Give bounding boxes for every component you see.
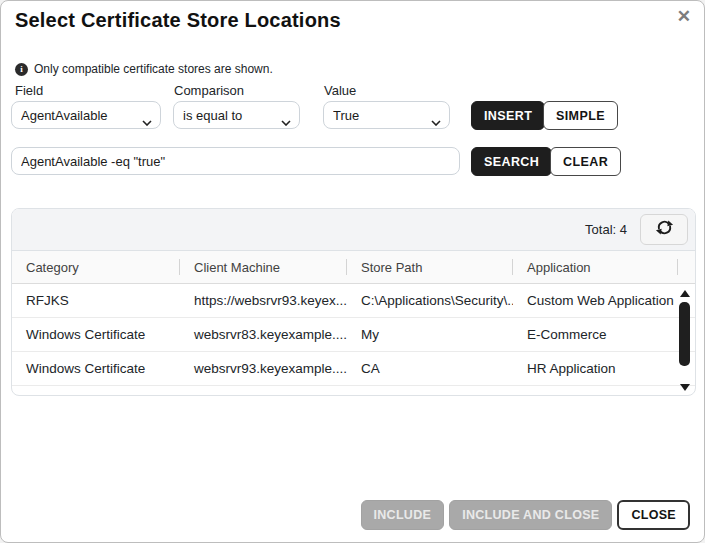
value-select[interactable]: True bbox=[323, 101, 450, 129]
close-button[interactable]: CLOSE bbox=[617, 500, 690, 530]
dialog-footer: INCLUDE INCLUDE AND CLOSE CLOSE bbox=[361, 500, 691, 530]
dialog-title: Select Certificate Store Locations bbox=[15, 9, 341, 32]
cell-store-path: CA bbox=[347, 361, 513, 376]
include-and-close-button[interactable]: INCLUDE AND CLOSE bbox=[449, 500, 612, 530]
table-header-row: Category Client Machine Store Path Appli… bbox=[12, 251, 695, 284]
field-select-wrapper: AgentAvailable bbox=[11, 101, 161, 129]
column-header-category[interactable]: Category bbox=[12, 251, 180, 283]
cell-category: Windows Certificate bbox=[12, 327, 180, 342]
query-input[interactable] bbox=[11, 147, 460, 175]
refresh-button[interactable] bbox=[640, 214, 688, 245]
comparison-select-wrapper: is equal to bbox=[173, 101, 300, 129]
info-note: i Only compatible certificate stores are… bbox=[15, 62, 273, 76]
table-row[interactable]: Windows Certificate websrvr83.keyexample… bbox=[12, 318, 695, 352]
comparison-label: Comparison bbox=[174, 83, 244, 98]
cell-application: HR Application bbox=[513, 361, 678, 376]
cell-client-machine: websrvr83.keyexample.... bbox=[180, 327, 347, 342]
cell-client-machine: websrvr93.keyexample.... bbox=[180, 361, 347, 376]
field-select[interactable]: AgentAvailable bbox=[11, 101, 161, 129]
cell-application: E-Commerce bbox=[513, 327, 678, 342]
field-label: Field bbox=[15, 83, 43, 98]
column-header-store-path[interactable]: Store Path bbox=[347, 251, 513, 283]
cell-store-path: My bbox=[347, 327, 513, 342]
table-toolbar: Total: 4 bbox=[12, 209, 695, 251]
simple-button[interactable]: SIMPLE bbox=[543, 101, 618, 130]
table-scrollbar[interactable] bbox=[679, 288, 690, 391]
search-button[interactable]: SEARCH bbox=[471, 147, 552, 176]
cell-application: Custom Web Application bbox=[513, 293, 678, 308]
include-button[interactable]: INCLUDE bbox=[361, 500, 445, 530]
insert-button[interactable]: INSERT bbox=[471, 101, 545, 130]
column-header-spacer bbox=[678, 251, 695, 283]
scrollbar-thumb[interactable] bbox=[679, 302, 690, 366]
comparison-select[interactable]: is equal to bbox=[173, 101, 300, 129]
refresh-icon bbox=[655, 218, 674, 241]
select-certificate-store-locations-dialog: Select Certificate Store Locations ✕ i O… bbox=[0, 0, 705, 543]
certificate-store-table-card: Total: 4 Category Client Machine Store P… bbox=[11, 208, 696, 396]
clear-button[interactable]: CLEAR bbox=[550, 147, 621, 176]
value-label: Value bbox=[324, 83, 356, 98]
cell-store-path: C:\Applications\Security\... bbox=[347, 293, 513, 308]
value-select-wrapper: True bbox=[323, 101, 450, 129]
total-count: Total: 4 bbox=[585, 222, 627, 237]
scroll-up-icon[interactable] bbox=[680, 290, 690, 297]
cell-category: Windows Certificate bbox=[12, 361, 180, 376]
table-row[interactable]: RFJKS https://websrvr93.keyex... C:\Appl… bbox=[12, 284, 695, 318]
column-header-application[interactable]: Application bbox=[513, 251, 678, 283]
info-text: Only compatible certificate stores are s… bbox=[34, 62, 273, 76]
cell-category: RFJKS bbox=[12, 293, 180, 308]
info-icon: i bbox=[15, 63, 28, 76]
scroll-down-icon[interactable] bbox=[680, 384, 690, 391]
table-row[interactable]: Windows Certificate websrvr93.keyexample… bbox=[12, 352, 695, 386]
close-icon[interactable]: ✕ bbox=[677, 7, 691, 27]
cell-client-machine: https://websrvr93.keyex... bbox=[180, 293, 347, 308]
column-header-client-machine[interactable]: Client Machine bbox=[180, 251, 347, 283]
